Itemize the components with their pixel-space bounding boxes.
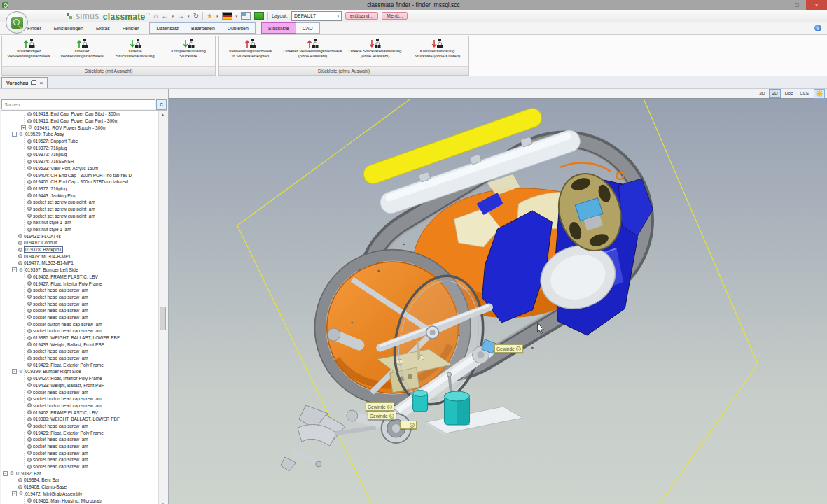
expander-open-icon[interactable]: - [12,132,17,136]
tree-item[interactable]: socket set screw cup point_am [1,199,159,206]
ribbon-button[interactable]: Direkte Stücklistenauflösung(ohne Auswah… [344,36,406,59]
tab-vorschau[interactable]: Vorschau × [1,77,48,88]
viewer-axes-icon[interactable] [814,89,825,99]
tree-item[interactable]: socket set screw cup point_am [1,206,159,213]
tag-dropdown-icon[interactable]: ▾ [410,423,415,428]
tree-item[interactable]: 019408: Clamp-Base [1,484,159,491]
ribbon-button[interactable]: Verwendungsnachweisin Stücklistenköpfen [219,36,282,59]
menu-customize-button[interactable]: Menü... [382,12,408,20]
help-icon[interactable]: ? [814,24,821,31]
tree-item[interactable]: socket head cap screw_am [1,307,159,314]
back-dropdown-icon[interactable]: ▾ [172,14,174,18]
tree-item[interactable]: hex nut style 1_am [1,226,159,233]
viewer-mode-3d[interactable]: 3D [769,89,780,98]
tree-item[interactable]: socket set screw cup point_am [1,212,159,219]
tree-item[interactable]: socket head cap screw_am [1,355,159,362]
gewinde-tag[interactable]: Gewinde ▾ [368,412,396,420]
favorites-dropdown-icon[interactable]: ▾ [216,14,218,18]
layout-select[interactable]: DEFAULT ▾ [291,11,342,21]
minimize-button[interactable]: – [770,0,788,10]
tree-item[interactable]: 019404: CH End Cap - 300m PORT-no tab-re… [1,172,159,178]
tree-item[interactable]: socket head cap screw_am [1,388,159,396]
tree-item[interactable]: socket head cap screw_am [1,436,159,443]
tree-item[interactable]: +⚙019491: ROV Power Supply - 300m [1,124,159,131]
tree-item[interactable]: 019418: End Cap, Power Can Stbd - 300m [1,111,159,118]
display-icon[interactable] [254,12,264,20]
tree-item[interactable]: socket head cap screw_am [1,348,159,355]
tree-item[interactable]: 019380: WEIGHT, BALLAST, LOWER PBF [1,335,159,342]
tree-item[interactable]: 019406: CH End Cap - 300m STBD-no tab-re… [1,178,159,186]
tree-item[interactable]: 019374: 716SENSR [1,158,159,165]
tree-item[interactable]: 019443: Jacking Plug [1,192,159,199]
gewinde-tag[interactable]: Gewinde ▾ [366,402,394,411]
menu-tab[interactable]: Dubletten [221,23,255,33]
tree-item[interactable]: 019533: View Port, Acrylic 150m [1,165,159,172]
tree-item[interactable]: 019427: Float, Interior Poly Frame [1,280,159,287]
tree-item[interactable]: 019433: Weight, Ballast, Front PBF [1,382,159,389]
viewer-mode-2d[interactable]: 2D [756,89,767,98]
menu-tab-cad[interactable]: CAD [296,22,320,34]
tree-item[interactable]: 019380: WEIGHT, BALLAST, LOWER PBF [1,416,159,423]
tree-item[interactable]: 019372: 716plug [1,151,159,158]
viewport-3d[interactable]: Gewinde ▾ Gewinde ▾ Gewinde ▾ ▾ [169,99,827,504]
expander-open-icon[interactable]: - [12,369,17,374]
tree-item[interactable]: -⚙019399: Bumper Right Side [1,368,159,375]
ribbon-button[interactable]: DirekterVerwendungsnachweis [55,36,109,59]
gewinde-tag[interactable]: ▾ [400,421,417,429]
ribbon-button[interactable]: KomplettauflösungStückliste (ohne Knoten… [406,36,468,59]
refresh-icon[interactable]: ↻ [193,13,199,20]
scroll-up-icon[interactable]: ▴ [159,111,167,117]
language-dropdown-icon[interactable]: ▾ [236,14,238,18]
menu-tab[interactable]: Fenster [116,22,146,34]
application-menu-button[interactable] [6,11,28,34]
tree-item[interactable]: socket head cap screw_am [1,300,159,307]
tree-item[interactable]: 019402: FRAME PLASTIC, LBV [1,274,159,281]
tree-item[interactable]: socket head cap screw_am [1,287,159,294]
tree-scrollbar[interactable]: ▴ ▾ [158,111,167,504]
tree-item[interactable]: 019410: Conduit [1,239,159,246]
forward-dropdown-icon[interactable]: ▾ [188,14,190,18]
tree-item[interactable]: 019479: ML304-B-MP1 [1,253,159,260]
favorites-icon[interactable]: ★ [207,13,213,20]
ribbon-button[interactable]: KomplettauflösungStückliste [162,36,215,59]
tree-item[interactable]: 019428: Float, Exterior Poly Frame [1,429,159,436]
tree-item[interactable]: socket button head cap screw_am [1,402,159,410]
tag-dropdown-icon[interactable]: ▾ [389,414,394,419]
tree-item[interactable]: 019527: Support Tube [1,138,159,145]
tree-item[interactable]: hex nut style 1_am [1,219,159,226]
tree-item[interactable]: 019372: 716plug [1,186,159,192]
gewinde-tag[interactable]: Gewinde ▾ [494,344,523,353]
close-button[interactable]: × [806,0,827,10]
tree-item[interactable]: -⚙019472: MiniGrab Assembly [1,491,159,498]
back-icon[interactable]: ← [162,13,169,20]
tree-item[interactable]: 019477: ML303-B1-MP1 [1,260,159,267]
expander-open-icon[interactable]: - [3,471,8,476]
maximize-button[interactable]: □ [788,0,806,10]
float-window-icon[interactable] [31,80,36,85]
tree-item[interactable]: 019378: Backpin1 [1,246,159,253]
tree-item[interactable]: -⚙019529: Tube Assy [1,131,159,138]
tree-item[interactable]: 019427: Float, Interior Poly Frame [1,375,159,382]
close-panel-icon[interactable]: × [39,80,43,86]
tree-item[interactable]: socket button head cap screw_am [1,321,159,328]
tree-item[interactable]: 019466: Main Housing, Micrograb [1,497,159,504]
ribbon-button[interactable]: DirekteStücklistenauflösung [109,36,162,59]
tree-item[interactable]: 019431: FLOAT4s [1,232,159,239]
tree-item[interactable]: socket head cap screw_am [1,463,159,470]
tree-item[interactable]: socket head cap screw_am [1,443,159,450]
tree-item[interactable]: 019433: Weight, Ballast, Front PBF [1,341,159,348]
viewer-mode-cls[interactable]: CLS [797,89,812,98]
forward-icon[interactable]: → [177,13,184,20]
menu-tab[interactable]: Bearbeiten [185,23,221,33]
menu-tab[interactable]: Datensatz [150,23,185,33]
search-go-button[interactable]: C [156,99,167,110]
snapshot-icon[interactable] [241,12,251,20]
tree-item[interactable]: 019384: Bent Bar [1,477,159,484]
scroll-down-icon[interactable]: ▾ [159,500,167,504]
tree-item[interactable]: socket button head cap screw_am [1,328,159,335]
expander-open-icon[interactable]: - [12,491,17,496]
scrollbar-thumb[interactable] [160,307,166,330]
tag-dropdown-icon[interactable]: ▾ [387,405,392,410]
tree-item[interactable]: -⚙019382: Bar [1,470,159,477]
home-icon[interactable]: ⌂ [154,13,158,20]
